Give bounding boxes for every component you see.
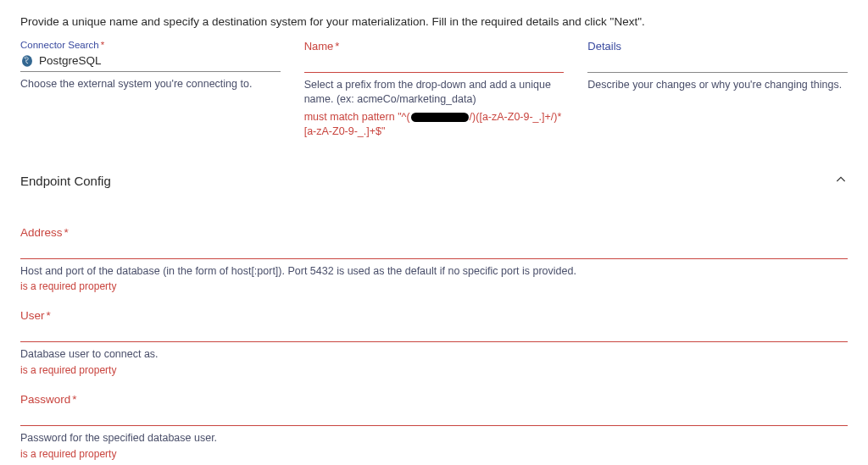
name-pattern-error: must match pattern "^(/)([a-zA-Z0-9-_.]+… — [304, 110, 565, 139]
required-marker: * — [335, 40, 339, 53]
page-intro: Provide a unique name and specify a dest… — [20, 15, 848, 28]
name-helper: Select a prefix from the drop-down and a… — [304, 78, 565, 107]
name-label: Name* — [304, 40, 565, 53]
password-error: is a required property — [20, 448, 848, 460]
endpoint-config-header[interactable]: Endpoint Config — [20, 173, 848, 189]
connector-search-label: Connector Search* — [20, 40, 281, 50]
details-helper: Describe your changes or why you're chan… — [587, 78, 848, 92]
required-marker: * — [101, 40, 104, 50]
postgresql-icon — [20, 53, 34, 68]
address-label: Address* — [20, 226, 848, 239]
password-field: Password* Password for the specified dat… — [20, 393, 848, 460]
user-field: User* Database user to connect as. is a … — [20, 309, 848, 376]
details-label: Details — [587, 40, 848, 53]
address-input[interactable] — [20, 241, 848, 259]
password-input[interactable] — [20, 407, 848, 426]
required-marker: * — [72, 393, 76, 406]
connector-search-field: Connector Search* PostgreSQL Choose the … — [20, 40, 281, 91]
user-input[interactable] — [20, 324, 848, 342]
connector-helper: Choose the external system you're connec… — [20, 77, 281, 91]
address-field: Address* Host and port of the database (… — [20, 226, 848, 293]
required-marker: * — [64, 226, 69, 239]
address-error: is a required property — [20, 280, 848, 292]
endpoint-config-title: Endpoint Config — [20, 174, 111, 188]
user-error: is a required property — [20, 364, 848, 376]
svg-point-1 — [25, 58, 26, 58]
connector-search-input[interactable]: PostgreSQL — [20, 52, 281, 72]
details-input[interactable] — [587, 54, 848, 73]
connector-selected-value: PostgreSQL — [39, 54, 102, 67]
chevron-up-icon — [834, 173, 848, 189]
top-fields-row: Connector Search* PostgreSQL Choose the … — [20, 40, 848, 139]
name-field: Name* Select a prefix from the drop-down… — [304, 40, 565, 139]
name-input[interactable] — [304, 54, 565, 73]
redacted-text — [411, 113, 469, 122]
password-helper: Password for the specified database user… — [20, 431, 848, 446]
password-label: Password* — [20, 393, 848, 406]
required-marker: * — [47, 309, 51, 322]
user-helper: Database user to connect as. — [20, 347, 848, 362]
address-helper: Host and port of the database (in the fo… — [20, 264, 848, 279]
user-label: User* — [20, 309, 848, 322]
details-field: Details Describe your changes or why you… — [587, 40, 848, 92]
